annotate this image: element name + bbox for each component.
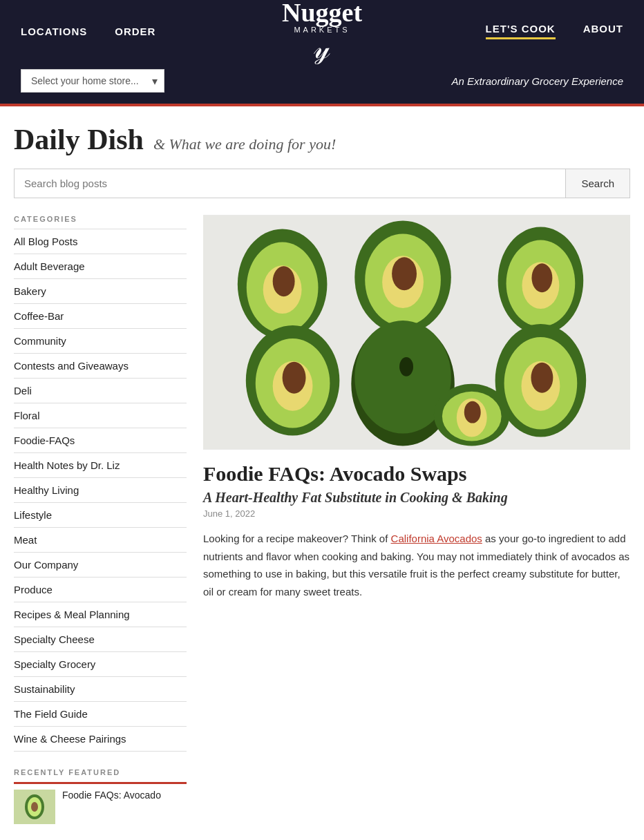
category-wine-cheese[interactable]: Wine & Cheese Pairings — [14, 727, 187, 751]
nav-order[interactable]: ORDER — [115, 26, 155, 37]
list-item: Health Notes by Dr. Liz — [14, 453, 187, 478]
svg-point-19 — [399, 357, 413, 376]
featured-image — [203, 215, 630, 450]
california-avocados-link[interactable]: California Avocados — [391, 533, 482, 544]
sidebar: CATEGORIES All Blog Posts Adult Beverage… — [14, 215, 187, 824]
list-item: Community — [14, 329, 187, 354]
recently-featured-thumb — [14, 790, 55, 824]
article-title: Foodie FAQs: Avocado Swaps — [203, 462, 630, 486]
article-body-start: Looking for a recipe makeover? Think of — [203, 533, 391, 544]
category-health-notes[interactable]: Health Notes by Dr. Liz — [14, 453, 187, 477]
logo[interactable]: Nugget Markets 𝓎 — [282, 0, 362, 63]
category-our-company[interactable]: Our Company — [14, 553, 187, 577]
recently-featured-item[interactable]: Foodie FAQs: Avocado — [14, 782, 187, 824]
recently-featured-title: Foodie FAQs: Avocado — [62, 790, 161, 801]
page-title-area: Daily Dish & What we are doing for you! — [14, 123, 630, 156]
svg-point-31 — [464, 401, 481, 423]
category-contests-giveaways[interactable]: Contests and Giveaways — [14, 354, 187, 378]
logo-name: Nugget — [282, 0, 362, 26]
categories-label: CATEGORIES — [14, 215, 187, 223]
logo-icon: 𝓎 — [282, 34, 362, 63]
list-item: Our Company — [14, 553, 187, 578]
svg-point-8 — [273, 266, 295, 296]
article-date: June 1, 2022 — [203, 508, 630, 519]
main-layout: CATEGORIES All Blog Posts Adult Beverage… — [14, 215, 630, 824]
top-navigation: LOCATIONS ORDER Nugget Markets 𝓎 LET'S C… — [0, 0, 644, 62]
list-item: Lifestyle — [14, 503, 187, 528]
nav-left: LOCATIONS ORDER — [21, 26, 155, 37]
category-foodie-faqs[interactable]: Foodie-FAQs — [14, 428, 187, 452]
search-button[interactable]: Search — [565, 169, 629, 198]
category-specialty-grocery[interactable]: Specialty Grocery — [14, 652, 187, 676]
list-item: Specialty Cheese — [14, 627, 187, 652]
list-item: Wine & Cheese Pairings — [14, 727, 187, 752]
list-item: Recipes & Meal Planning — [14, 602, 187, 627]
svg-point-23 — [283, 362, 306, 394]
store-select-wrapper: Select your home store... Woodland Davis… — [21, 69, 164, 93]
list-item: Adult Beverage — [14, 254, 187, 279]
list-item: Meat — [14, 528, 187, 553]
nav-lets-cook[interactable]: LET'S COOK — [486, 23, 556, 39]
page-subtitle: & What we are doing for you! — [153, 135, 336, 153]
category-coffee-bar[interactable]: Coffee-Bar — [14, 304, 187, 328]
article-body: Looking for a recipe makeover? Think of … — [203, 530, 630, 600]
tagline: An Extraordinary Grocery Experience — [452, 75, 623, 87]
category-adult-beverage[interactable]: Adult Beverage — [14, 254, 187, 278]
svg-point-12 — [392, 257, 417, 290]
category-field-guide[interactable]: The Field Guide — [14, 702, 187, 726]
list-item: Produce — [14, 578, 187, 602]
list-item: Specialty Grocery — [14, 652, 187, 677]
store-bar: Select your home store... Woodland Davis… — [0, 62, 644, 104]
list-item: Floral — [14, 403, 187, 428]
list-item: All Blog Posts — [14, 229, 187, 254]
category-healthy-living[interactable]: Healthy Living — [14, 478, 187, 502]
nav-about[interactable]: ABOUT — [583, 23, 623, 39]
list-item: Deli — [14, 379, 187, 403]
categories-list: All Blog Posts Adult Beverage Bakery Cof… — [14, 229, 187, 752]
svg-point-27 — [531, 363, 553, 393]
svg-point-3 — [31, 802, 38, 812]
category-bakery[interactable]: Bakery — [14, 279, 187, 303]
list-item: Healthy Living — [14, 478, 187, 503]
list-item: Coffee-Bar — [14, 304, 187, 329]
list-item: Contests and Giveaways — [14, 354, 187, 379]
avocado-illustration — [203, 215, 630, 450]
main-content: Foodie FAQs: Avocado Swaps A Heart-Healt… — [203, 215, 630, 824]
list-item: Sustainability — [14, 677, 187, 702]
category-lifestyle[interactable]: Lifestyle — [14, 503, 187, 527]
category-recipes-meal-planning[interactable]: Recipes & Meal Planning — [14, 602, 187, 627]
list-item: The Field Guide — [14, 702, 187, 727]
recently-featured-label: RECENTLY FEATURED — [14, 768, 187, 776]
list-item: Foodie-FAQs — [14, 428, 187, 453]
category-all-blog-posts[interactable]: All Blog Posts — [14, 229, 187, 254]
search-input[interactable] — [15, 169, 565, 198]
category-specialty-cheese[interactable]: Specialty Cheese — [14, 627, 187, 651]
category-community[interactable]: Community — [14, 329, 187, 353]
article-subtitle: A Heart-Healthy Fat Substitute in Cookin… — [203, 490, 630, 506]
search-bar: Search — [14, 169, 630, 198]
category-meat[interactable]: Meat — [14, 528, 187, 552]
store-select[interactable]: Select your home store... Woodland Davis… — [21, 69, 164, 93]
page-title: Daily Dish — [14, 124, 144, 155]
nav-right: LET'S COOK ABOUT — [486, 23, 623, 39]
page-content: Daily Dish & What we are doing for you! … — [0, 106, 644, 840]
category-sustainability[interactable]: Sustainability — [14, 677, 187, 701]
list-item: Bakery — [14, 279, 187, 304]
category-produce[interactable]: Produce — [14, 578, 187, 602]
svg-point-16 — [531, 263, 552, 292]
category-deli[interactable]: Deli — [14, 379, 187, 403]
category-floral[interactable]: Floral — [14, 403, 187, 428]
nav-locations[interactable]: LOCATIONS — [21, 26, 87, 37]
